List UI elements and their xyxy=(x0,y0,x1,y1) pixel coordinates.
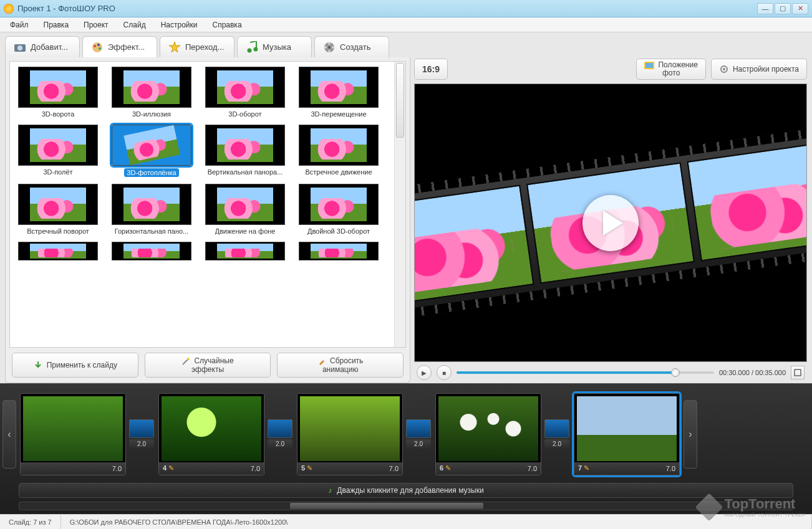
timeline-slide[interactable]: 4 ✎7.0 xyxy=(158,393,264,475)
effects-panel: 3D-ворота 3D-иллюзия 3D-оборот 3D-переме… xyxy=(5,57,410,383)
menu-settings[interactable]: Настройки xyxy=(155,19,204,31)
music-icon xyxy=(245,41,259,54)
svg-rect-20 xyxy=(795,369,801,376)
svg-point-12 xyxy=(332,46,334,49)
effects-actions: Применить к слайду Случайные эффекты Сбр… xyxy=(9,348,406,379)
tab-music-label: Музыка xyxy=(263,42,291,52)
effect-label: Движение на фоне xyxy=(215,227,276,235)
timeline-slide[interactable]: 5 ✎7.0 xyxy=(297,393,403,475)
effect-item[interactable]: Встречный поворот xyxy=(11,184,105,237)
main-tabs: Добавит... Эффект... Переход... Музыка С… xyxy=(0,32,812,57)
aspect-ratio-button[interactable]: 16:9 xyxy=(414,59,448,80)
fullscreen-button[interactable] xyxy=(791,366,805,379)
effect-item[interactable]: 3D-ворота xyxy=(11,67,105,120)
preview-viewport[interactable] xyxy=(414,83,807,362)
music-note-icon: ♪ xyxy=(328,486,332,495)
timeline-slide-selected[interactable]: 7 ✎7.0 xyxy=(574,393,680,475)
effect-label: 3D-ворота xyxy=(42,110,75,118)
transition-duration: 2.0 xyxy=(129,439,154,449)
preview-play-button[interactable] xyxy=(582,195,639,251)
photo-icon xyxy=(644,62,654,69)
camera-icon xyxy=(13,41,27,54)
tab-effects[interactable]: Эффект... xyxy=(82,36,157,57)
music-track[interactable]: ♪ Дважды кликните для добавления музыки xyxy=(19,483,793,498)
svg-point-4 xyxy=(97,44,100,46)
effects-grid: 3D-ворота 3D-иллюзия 3D-оборот 3D-переме… xyxy=(9,61,406,348)
close-button[interactable]: ✕ xyxy=(792,3,808,14)
slide-duration: 7.0 xyxy=(251,465,260,472)
menu-edit[interactable]: Правка xyxy=(37,19,75,31)
tab-create[interactable]: Создать xyxy=(314,36,389,57)
effect-item[interactable] xyxy=(105,242,198,263)
timeline-slide[interactable]: 6 ✎7.0 xyxy=(435,393,541,475)
seek-slider[interactable] xyxy=(457,371,714,374)
effect-item[interactable] xyxy=(11,242,105,263)
tab-transitions-label: Переход... xyxy=(185,42,224,52)
effect-item[interactable]: Двойной 3D-оборот xyxy=(292,184,385,237)
effect-item[interactable]: 3D-полёт xyxy=(11,125,105,179)
effect-label: Встречный поворот xyxy=(27,227,89,235)
timeline-scrollbar[interactable] xyxy=(19,502,793,510)
brush-icon xyxy=(317,357,326,366)
svg-point-11 xyxy=(328,42,331,45)
menu-help[interactable]: Справка xyxy=(206,19,248,31)
timeline-next-button[interactable]: › xyxy=(684,400,697,469)
maximize-button[interactable]: ▢ xyxy=(775,3,791,14)
effect-item[interactable] xyxy=(198,242,292,263)
wand-icon xyxy=(181,357,190,366)
effect-item[interactable]: Вертикальная панора... xyxy=(198,125,292,179)
stop-button[interactable]: ■ xyxy=(437,365,452,380)
effect-item[interactable]: Встречное движение xyxy=(292,125,385,179)
effect-label: 3D-полёт xyxy=(43,168,72,176)
status-path: G:\ОБОИ для РАБОЧЕГО СТОЛА\ВРЕМЕНА ГОДА\… xyxy=(61,515,812,529)
svg-rect-17 xyxy=(645,63,653,68)
tab-music[interactable]: Музыка xyxy=(237,36,312,57)
play-button[interactable]: ▶ xyxy=(417,365,432,380)
effect-item[interactable]: Движение на фоне xyxy=(198,184,292,237)
menu-slide[interactable]: Слайд xyxy=(117,19,152,31)
minimize-button[interactable]: — xyxy=(757,3,773,14)
effect-label: Вертикальная панора... xyxy=(208,168,283,176)
effect-item[interactable]: Горизонтальная пано... xyxy=(105,184,198,237)
effect-item[interactable]: 3D-оборот xyxy=(198,67,292,120)
timeline-transition[interactable]: 2.0 xyxy=(267,419,293,449)
menu-project[interactable]: Проект xyxy=(77,19,115,31)
effect-item[interactable]: 3D-перемещение xyxy=(292,67,385,120)
timeline-transition[interactable]: 2.0 xyxy=(128,419,155,449)
menu-file[interactable]: Файл xyxy=(4,19,35,31)
effects-scrollbar[interactable] xyxy=(394,62,405,347)
time-display: 00:30.000 / 00:35.000 xyxy=(719,369,786,376)
project-settings-button[interactable]: Настройки проекта xyxy=(711,59,807,80)
apply-effect-button[interactable]: Применить к слайду xyxy=(12,353,138,378)
timeline-transition[interactable]: 2.0 xyxy=(405,419,432,449)
effect-item[interactable] xyxy=(292,242,385,263)
time-total: 00:35.000 xyxy=(755,369,786,376)
effect-label: Двойной 3D-оборот xyxy=(307,227,370,235)
palette-icon xyxy=(90,41,104,54)
tab-add[interactable]: Добавит... xyxy=(5,36,80,57)
reset-animation-button[interactable]: Сбросить анимацию xyxy=(277,353,404,378)
timeline-transition[interactable]: 2.0 xyxy=(544,419,570,449)
tab-transitions[interactable]: Переход... xyxy=(160,36,234,57)
random-l2: эффекты xyxy=(191,366,224,374)
slide-duration: 7.0 xyxy=(389,465,399,472)
tab-add-label: Добавит... xyxy=(31,42,68,52)
svg-point-13 xyxy=(328,50,331,52)
status-slide-count: Слайд: 7 из 7 xyxy=(0,515,61,529)
pencil-icon: ✎ xyxy=(584,464,589,472)
svg-point-14 xyxy=(324,46,327,49)
transition-duration: 2.0 xyxy=(406,439,431,449)
svg-point-10 xyxy=(328,46,331,49)
effect-item-selected[interactable]: 3D-фотоплёнка xyxy=(105,125,198,179)
photo-position-button[interactable]: Положение фото xyxy=(636,59,705,80)
timeline-prev-button[interactable]: ‹ xyxy=(2,400,16,469)
effect-label: Встречное движение xyxy=(305,168,372,176)
svg-point-1 xyxy=(17,45,22,50)
effect-item[interactable]: 3D-иллюзия xyxy=(105,67,198,120)
random-effects-button[interactable]: Случайные эффекты xyxy=(145,353,271,378)
transition-duration: 2.0 xyxy=(268,439,292,449)
timeline-slide[interactable]: 7.0 xyxy=(20,393,126,475)
title-bar: Проект 1 - ФотоШОУ PRO — ▢ ✕ xyxy=(0,0,812,17)
reset-l2: анимацию xyxy=(322,366,359,374)
effect-label: 3D-иллюзия xyxy=(132,110,171,118)
